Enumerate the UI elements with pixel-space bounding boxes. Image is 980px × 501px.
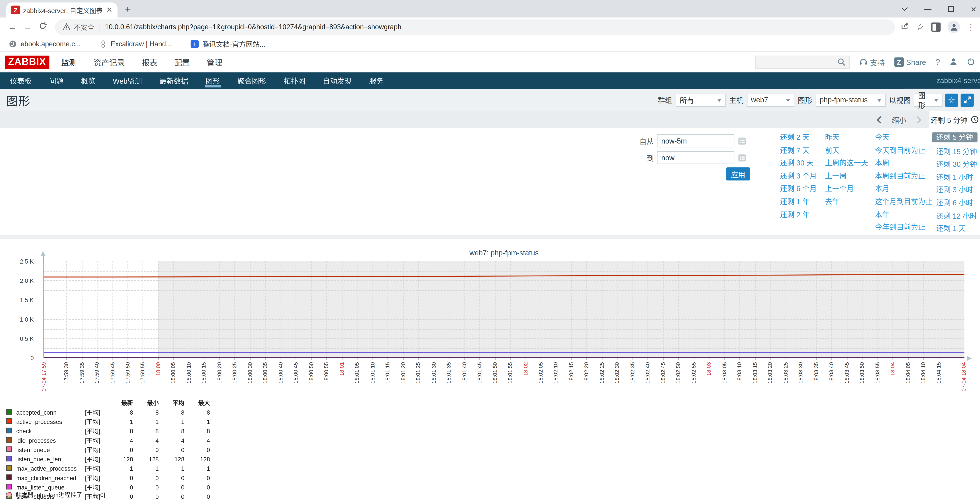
quick-range-link[interactable]: 还剩 1 年 (776, 198, 810, 205)
quick-range-link[interactable]: 还剩 1 小时 (932, 173, 973, 181)
back-icon[interactable]: ← (5, 22, 20, 32)
graph-panel: web7: php-fpm-status 2.5 K2.0 K1.5 K1.0 … (0, 239, 980, 501)
quick-range-link[interactable]: 还剩 15 分钟 (932, 148, 977, 155)
browser-tab[interactable]: Z zabbix4-server: 自定义图表 [每 ✕ (6, 2, 118, 17)
search-input[interactable] (755, 55, 850, 69)
page-content: 图形 群组 所有 主机 web7 图形 php-fpm-status 以视图 图… (0, 89, 980, 501)
url-text[interactable]: 10.0.0.61/zabbix/charts.php?page=1&group… (105, 23, 401, 30)
axis-tick (816, 358, 816, 360)
reload-icon[interactable] (35, 22, 50, 32)
subnav-item[interactable]: 仪表板 (1, 73, 40, 89)
axis-tick (724, 358, 725, 360)
tab-close-icon[interactable]: ✕ (106, 6, 112, 14)
graph-select[interactable]: php-fpm-status (815, 93, 885, 106)
quick-range-link[interactable]: 今年到目前为止 (871, 224, 926, 231)
chevron-right-icon[interactable] (916, 116, 922, 124)
subnav-item[interactable]: 自动发现 (314, 73, 360, 89)
time-range-tab[interactable]: 还剩 5 分钟 (929, 111, 980, 128)
subnav-item[interactable]: 拓扑图 (275, 73, 314, 89)
quick-range-link[interactable]: 去年 (821, 198, 840, 205)
graph-plot-area[interactable] (44, 261, 964, 358)
legend-row: check[平均]8888 (6, 426, 210, 436)
subnav-item[interactable]: 最新数据 (151, 73, 197, 89)
quick-range-link[interactable]: 这个月到目前为止 (871, 198, 932, 205)
series-color-swatch (6, 455, 12, 461)
quick-range-link[interactable]: 上周的这一天 (821, 159, 868, 167)
axis-tick (923, 358, 924, 360)
quick-range-link[interactable]: 还剩 6 个月 (776, 185, 816, 192)
series-avg: 0 (159, 492, 185, 501)
window-menu-icon[interactable] (902, 5, 908, 11)
search-icon[interactable] (837, 58, 846, 66)
main-menu-item[interactable]: 配置 (174, 56, 190, 68)
calendar-icon[interactable] (737, 136, 747, 146)
subnav-item[interactable]: 问题 (40, 73, 72, 89)
quick-range-link[interactable]: 还剩 5 分钟 (932, 132, 977, 143)
logout-icon[interactable] (967, 57, 975, 67)
new-tab-button[interactable]: + (125, 4, 130, 14)
view-as-select[interactable]: 图形 (914, 93, 943, 106)
main-menu-item[interactable]: 管理 (207, 56, 223, 68)
browser-menu-icon[interactable]: ⋮ (967, 22, 975, 32)
bookmark-ebook[interactable]: ebook.apecome.c... (9, 40, 81, 48)
quick-range-link[interactable]: 还剩 30 天 (776, 159, 813, 167)
quick-range-link[interactable]: 今天 (871, 133, 889, 141)
graph-label: 图形 (798, 95, 812, 105)
bookmark-star-icon[interactable]: ☆ (916, 21, 924, 33)
axis-tick (81, 358, 82, 360)
chevron-left-icon[interactable] (876, 116, 882, 124)
subnav-item[interactable]: Web监测 (104, 73, 151, 89)
zabbix-logo[interactable]: ZABBIX (5, 55, 49, 69)
apply-button[interactable]: 应用 (726, 167, 750, 180)
host-select[interactable]: web7 (746, 93, 794, 106)
quick-range-link[interactable]: 上一个月 (821, 185, 854, 192)
series-color-swatch (6, 437, 12, 442)
window-close-icon[interactable]: × (971, 3, 976, 14)
quick-range-link[interactable]: 还剩 12 小时 (932, 212, 977, 219)
quick-range-link[interactable]: 上一周 (821, 172, 846, 180)
main-menu-item[interactable]: 报表 (142, 56, 158, 68)
quick-range-link[interactable]: 还剩 2 年 (776, 211, 810, 219)
quick-range-link[interactable]: 还剩 2 天 (776, 133, 810, 141)
subnav-item[interactable]: 聚合图形 (229, 73, 275, 89)
subnav-item[interactable]: 服务 (360, 73, 392, 89)
quick-range-link[interactable]: 今天到目前为止 (871, 146, 926, 154)
subnav-item[interactable]: 图形 (197, 73, 229, 89)
subnav-item[interactable]: 概览 (72, 73, 104, 89)
share-link[interactable]: Z Share (894, 57, 926, 67)
profile-avatar[interactable] (947, 21, 960, 33)
bookmark-excalidraw[interactable]: Excalidraw | Hand... (99, 40, 172, 48)
window-minimize-icon[interactable]: — (924, 5, 931, 13)
quick-range-link[interactable]: 昨天 (821, 133, 840, 141)
fullscreen-button[interactable] (961, 93, 974, 106)
quick-range-link[interactable]: 还剩 30 分钟 (932, 160, 977, 168)
to-input[interactable]: now (657, 151, 735, 164)
main-menu-item[interactable]: 监测 (61, 56, 77, 68)
main-menu-item[interactable]: 资产记录 (94, 56, 125, 68)
quick-range-link[interactable]: 本周到目前为止 (871, 172, 926, 180)
quick-range-link[interactable]: 本月 (871, 185, 889, 192)
quick-range-link[interactable]: 还剩 7 天 (776, 146, 810, 154)
address-bar[interactable]: 不安全 10.0.0.61/zabbix/charts.php?page=1&g… (55, 19, 895, 35)
forward-icon[interactable]: → (20, 22, 35, 32)
quick-range-link[interactable]: 还剩 3 个月 (776, 172, 816, 180)
quick-range-link[interactable]: 本周 (871, 159, 889, 167)
from-input[interactable]: now-5m (657, 134, 735, 147)
profile-icon[interactable] (950, 57, 958, 67)
security-label[interactable]: 不安全 (74, 22, 94, 32)
group-select[interactable]: 所有 (675, 93, 725, 106)
quick-range-link[interactable]: 前天 (821, 146, 840, 154)
calendar-icon[interactable] (737, 153, 747, 162)
bookmark-tencent-docs[interactable]: ↑ 腾讯文档-官方网站... (191, 39, 266, 49)
quick-range-link[interactable]: 还剩 1 天 (932, 225, 966, 232)
support-link[interactable]: 支持 (859, 57, 885, 68)
quick-range-link[interactable]: 还剩 3 小时 (932, 186, 973, 194)
favourite-button[interactable]: ☆ (945, 93, 958, 106)
side-panel-icon[interactable] (931, 22, 940, 32)
help-link[interactable]: ? (935, 57, 940, 67)
quick-range-link[interactable]: 还剩 6 小时 (932, 199, 973, 207)
quick-range-link[interactable]: 本年 (871, 211, 889, 219)
zoom-out-button[interactable]: 缩小 (892, 114, 907, 124)
window-maximize-icon[interactable] (948, 6, 954, 11)
share-icon[interactable] (900, 21, 909, 33)
